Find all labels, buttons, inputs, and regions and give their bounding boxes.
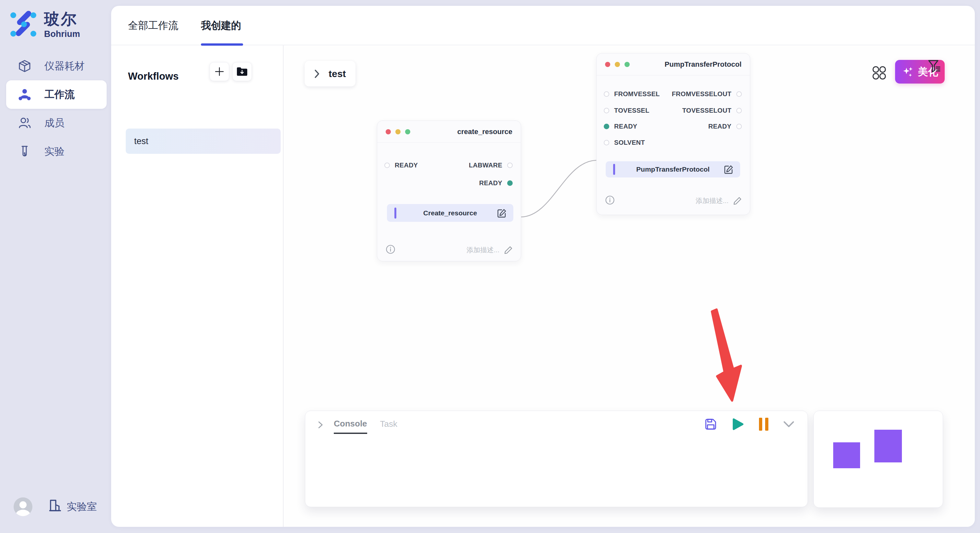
port-ready-in[interactable]: READY bbox=[384, 162, 418, 169]
console-actions bbox=[705, 417, 795, 431]
info-icon[interactable] bbox=[386, 244, 395, 255]
port-ready-out[interactable]: READY bbox=[708, 123, 742, 130]
port-label: READY bbox=[708, 123, 732, 130]
port-label: READY bbox=[614, 123, 638, 130]
run-button[interactable] bbox=[732, 417, 745, 431]
node-footer: 添加描述... bbox=[605, 195, 742, 206]
port-label: LABWARE bbox=[469, 162, 502, 169]
node-header: create_resource bbox=[377, 121, 521, 143]
port-labware-out[interactable]: LABWARE bbox=[469, 162, 513, 169]
tab-created-by-me[interactable]: 我创建的 bbox=[201, 6, 241, 45]
members-icon bbox=[18, 116, 32, 130]
pill-accent-bar bbox=[395, 208, 396, 219]
save-icon bbox=[705, 418, 717, 430]
port-fromvesselout[interactable]: FROMVESSELOUT bbox=[672, 90, 742, 98]
node-create-resource[interactable]: create_resource READY LABWARE READY Crea… bbox=[377, 121, 521, 261]
port-label: TOVESSELOUT bbox=[682, 107, 732, 114]
node-action-pill[interactable]: Create_resource bbox=[387, 204, 513, 222]
minimap-node-create-resource bbox=[833, 443, 860, 468]
port-circle-connected[interactable] bbox=[604, 124, 609, 129]
main-content: 全部工作流 我创建的 Workflows bbox=[111, 6, 975, 527]
pencil-icon[interactable] bbox=[733, 197, 742, 205]
user-avatar[interactable] bbox=[14, 497, 32, 516]
sparkles-icon bbox=[902, 66, 914, 78]
pill-label: Create_resource bbox=[387, 209, 513, 217]
port-solvent-in[interactable]: SOLVENT bbox=[604, 139, 645, 146]
port-circle[interactable] bbox=[736, 124, 742, 129]
brand-logo: 玻尔 Bohrium bbox=[10, 10, 80, 39]
port-tovesselout[interactable]: TOVESSELOUT bbox=[682, 107, 742, 114]
sidebar-footer: 实验室 bbox=[14, 497, 97, 516]
port-circle[interactable] bbox=[507, 163, 513, 168]
port-ready-in-connected[interactable]: READY bbox=[604, 123, 638, 130]
info-icon[interactable] bbox=[605, 195, 615, 206]
pill-accent-bar bbox=[613, 164, 615, 175]
green-dot-icon bbox=[405, 129, 410, 134]
port-label: READY bbox=[395, 162, 418, 169]
description-placeholder[interactable]: 添加描述... bbox=[695, 196, 729, 205]
workflows-panel: Workflows test bbox=[111, 45, 283, 527]
folder-download-icon bbox=[236, 67, 248, 76]
lab-label: 实验室 bbox=[67, 500, 97, 514]
save-button[interactable] bbox=[705, 418, 717, 430]
port-label: TOVESSEL bbox=[614, 107, 649, 114]
description-placeholder[interactable]: 添加描述... bbox=[466, 246, 500, 254]
port-tovessel-in[interactable]: TOVESSEL bbox=[604, 107, 649, 114]
port-circle[interactable] bbox=[604, 108, 609, 113]
filter-button[interactable] bbox=[928, 59, 942, 74]
tab-console[interactable]: Console bbox=[334, 419, 367, 434]
pill-label: PumpTransferProtocol bbox=[606, 165, 740, 173]
port-circle-connected[interactable] bbox=[507, 180, 513, 186]
port-label: SOLVENT bbox=[614, 139, 645, 146]
node-pump-transfer-protocol[interactable]: PumpTransferProtocol FROMVESSEL FROMVESS… bbox=[596, 53, 750, 215]
lab-switcher[interactable]: 实验室 bbox=[49, 498, 97, 515]
node-action-pill[interactable]: PumpTransferProtocol bbox=[606, 161, 740, 178]
sidebar-item-consumables[interactable]: 仪器耗材 bbox=[6, 52, 107, 80]
test-tube-icon bbox=[18, 145, 32, 159]
minimap-node-pump-transfer bbox=[874, 430, 902, 462]
red-dot-icon bbox=[605, 62, 610, 67]
pause-button[interactable] bbox=[759, 418, 768, 431]
minimap[interactable] bbox=[813, 411, 943, 508]
pencil-icon[interactable] bbox=[504, 246, 513, 254]
collapse-caret-icon[interactable] bbox=[316, 420, 325, 430]
port-circle[interactable] bbox=[736, 91, 742, 97]
port-ready-out[interactable]: READY bbox=[479, 179, 513, 187]
tab-all-workflows[interactable]: 全部工作流 bbox=[128, 6, 178, 45]
port-circle[interactable] bbox=[384, 163, 390, 168]
port-circle[interactable] bbox=[604, 91, 609, 97]
node-footer: 添加描述... bbox=[386, 244, 513, 255]
import-folder-button[interactable] bbox=[232, 62, 252, 81]
red-dot-icon bbox=[386, 129, 391, 134]
console-panel: Console Task bbox=[305, 411, 808, 507]
node-title: create_resource bbox=[457, 128, 512, 136]
sidebar-item-experiments[interactable]: 实验 bbox=[6, 137, 107, 166]
traffic-dots bbox=[605, 62, 630, 67]
workflow-people-icon bbox=[18, 88, 32, 102]
sidebar-item-label: 仪器耗材 bbox=[45, 59, 84, 73]
sidebar-item-members[interactable]: 成员 bbox=[6, 109, 107, 137]
traffic-dots bbox=[386, 129, 410, 134]
tab-task[interactable]: Task bbox=[380, 419, 397, 429]
port-label: READY bbox=[479, 179, 502, 187]
brand-name-cn: 玻尔 bbox=[44, 10, 80, 29]
chevron-down-icon bbox=[783, 420, 795, 428]
sidebar-item-workflows[interactable]: 工作流 bbox=[6, 80, 107, 109]
port-circle[interactable] bbox=[604, 140, 609, 145]
edit-icon[interactable] bbox=[724, 165, 734, 174]
breadcrumb[interactable]: test bbox=[305, 61, 355, 86]
add-workflow-button[interactable] bbox=[210, 62, 229, 81]
edit-icon[interactable] bbox=[497, 208, 507, 218]
workflows-panel-title: Workflows bbox=[128, 71, 178, 82]
collapse-panel-button[interactable] bbox=[783, 420, 795, 428]
sidebar: 玻尔 Bohrium 仪器耗材 bbox=[0, 0, 111, 533]
port-circle[interactable] bbox=[736, 108, 742, 113]
workflow-list-item-test[interactable]: test bbox=[126, 128, 281, 154]
command-icon bbox=[871, 65, 887, 81]
bohrium-logo-icon bbox=[10, 10, 37, 38]
play-icon bbox=[732, 417, 745, 431]
breadcrumb-label: test bbox=[329, 68, 346, 79]
layout-command-button[interactable] bbox=[871, 65, 887, 81]
port-fromvessel-in[interactable]: FROMVESSEL bbox=[604, 90, 660, 98]
port-label: FROMVESSEL bbox=[614, 90, 660, 98]
